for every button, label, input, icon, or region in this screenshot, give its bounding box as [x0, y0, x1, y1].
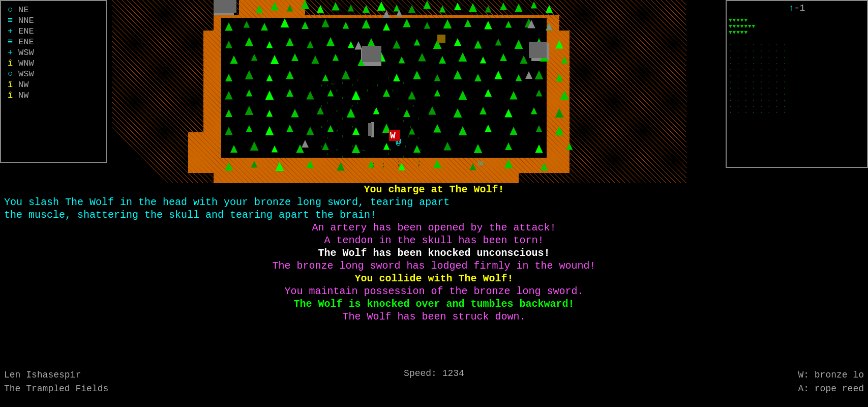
dir-wsw1-label: WSW [18, 48, 34, 57]
dir-nw2: î NW [5, 91, 102, 100]
status-left: Len Ishasespir The Trampled Fields [4, 368, 291, 396]
dir-wnw: î WNW [5, 59, 102, 68]
msg-11: The Wolf has been struck down. [4, 311, 864, 323]
dir-ene2-label: ENE [18, 37, 34, 47]
dir-wsw1-symbol: + [5, 48, 15, 57]
dir-ene2-symbol: ≡ [5, 37, 15, 47]
dir-wnw-symbol: î [5, 59, 15, 68]
armor-value: rope reed [815, 384, 864, 394]
dir-ene1-label: ENE [18, 26, 34, 36]
dir-ne-symbol: ○ [5, 5, 15, 15]
map-canvas [112, 0, 686, 183]
dir-ene1-symbol: + [5, 26, 15, 36]
dir-wsw1: + WSW [5, 48, 102, 57]
armor-line: A: rope reed [577, 382, 864, 396]
dir-nw2-symbol: î [5, 91, 15, 100]
msg-1: You charge at The Wolf! [4, 184, 864, 195]
dir-wnw-label: WNW [18, 59, 34, 68]
weapon-value: bronze lo [815, 370, 864, 380]
dir-nne-label: NNE [18, 16, 34, 25]
status-bar: Len Ishasespir The Trampled Fields Speed… [0, 366, 868, 407]
location-name: The Trampled Fields [4, 382, 291, 396]
dir-nw1-label: NW [18, 80, 28, 90]
msg-3: the muscle, shattering the skull and tea… [4, 209, 864, 221]
status-right: W: bronze lo A: rope reed [577, 368, 864, 396]
armor-label: A: [798, 384, 809, 394]
msg-6: The Wolf has been knocked unconscious! [4, 247, 864, 259]
dir-wsw2: ○ WSW [5, 69, 102, 79]
dir-nne-symbol: ≡ [5, 16, 15, 25]
status-center: Speed: 1234 [291, 368, 578, 379]
player-name: Len Ishasespir [4, 368, 291, 382]
dir-ne-label: NE [18, 5, 28, 15]
weapon-label: W: [798, 370, 809, 380]
msg-10: The Wolf is knocked over and tumbles bac… [4, 298, 864, 310]
dir-nw2-label: NW [18, 91, 28, 100]
minimap-content: ▼▼▼▼▼ ▼▼▼▼▼▼▼ ▼▼▼▼▼ · · · · · · · ·· · ·… [727, 15, 867, 118]
dir-ene1: + ENE [5, 26, 102, 36]
msg-8: You collide with The Wolf! [4, 273, 864, 284]
dir-wsw2-symbol: ○ [5, 69, 15, 79]
msg-7: The bronze long sword has lodged firmly … [4, 260, 864, 272]
weapon-line: W: bronze lo [577, 368, 864, 382]
msg-9: You maintain possession of the bronze lo… [4, 285, 864, 297]
dir-ne: ○ NE [5, 5, 102, 15]
minimap-panel: ↑-1 ▼▼▼▼▼ ▼▼▼▼▼▼▼ ▼▼▼▼▼ · · · · · · · ··… [726, 0, 868, 168]
msg-5: A tendon in the skull has been torn! [4, 235, 864, 246]
left-panel: ○ NE ≡ NNE + ENE ≡ ENE + WSW î WNW ○ WSW… [0, 0, 107, 163]
dir-nw1: î NW [5, 80, 102, 90]
speed-value: 1234 [442, 368, 464, 379]
dir-nne: ≡ NNE [5, 16, 102, 25]
dir-wsw2-label: WSW [18, 69, 34, 79]
msg-4: An artery has been opened by the attack! [4, 222, 864, 234]
message-area: You charge at The Wolf! You slash The Wo… [0, 181, 868, 326]
dir-ene2: ≡ ENE [5, 37, 102, 47]
game-container: ○ NE ≡ NNE + ENE ≡ ENE + WSW î WNW ○ WSW… [0, 0, 868, 407]
dir-nw1-symbol: î [5, 80, 15, 90]
speed-label: Speed: [404, 368, 437, 379]
minimap-header: ↑-1 [727, 1, 867, 15]
msg-2: You slash The Wolf in the head with your… [4, 196, 864, 208]
map-render [112, 0, 686, 183]
